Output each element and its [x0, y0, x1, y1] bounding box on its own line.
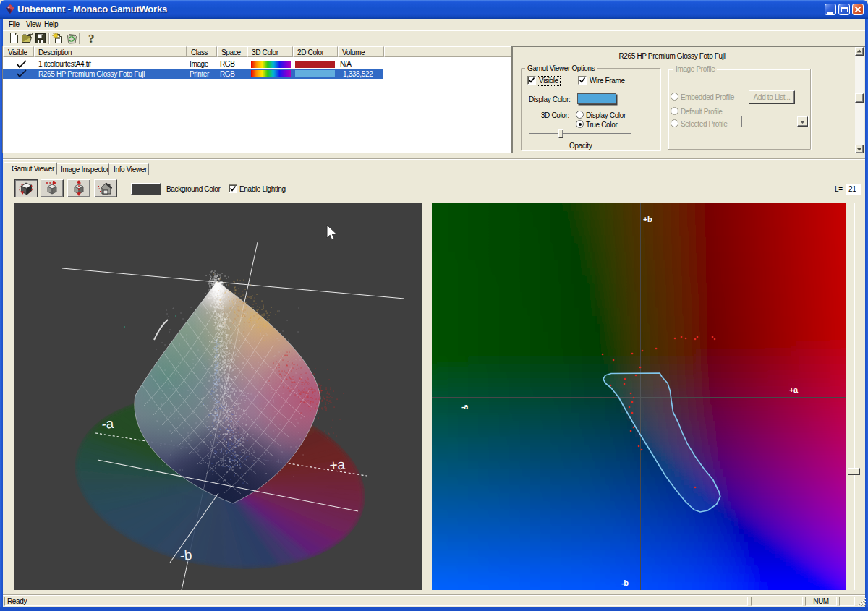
svg-text:+a: +a	[789, 385, 799, 394]
svg-text:-a: -a	[461, 402, 469, 411]
svg-text:+a: +a	[329, 457, 346, 473]
svg-text:-a: -a	[101, 416, 114, 432]
svg-text:?: ?	[88, 33, 94, 44]
svg-text:-b: -b	[621, 578, 629, 587]
svg-text:-b: -b	[179, 547, 192, 563]
svg-text:+b: +b	[643, 215, 652, 223]
